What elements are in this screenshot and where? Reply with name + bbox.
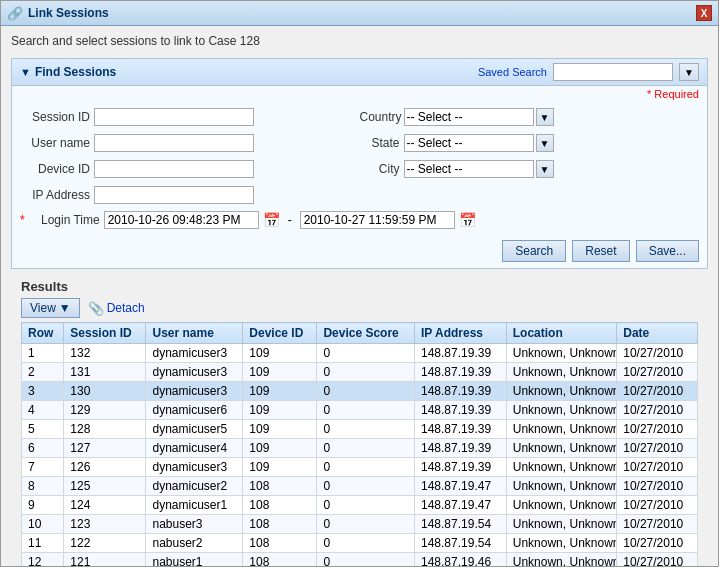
country-select-container: -- Select -- ▼ xyxy=(404,108,554,126)
table-cell: 108 xyxy=(243,515,317,534)
table-cell: 10/27/2010 xyxy=(617,363,698,382)
table-cell: 0 xyxy=(317,534,415,553)
table-cell: nabuser1 xyxy=(146,553,243,568)
form-right: Country -- Select -- ▼ State -- Select -… xyxy=(360,106,700,206)
table-cell: Unknown, Unknown, xyxy=(506,458,616,477)
table-cell: nabuser3 xyxy=(146,515,243,534)
city-row: City -- Select -- ▼ xyxy=(360,158,700,180)
country-select[interactable]: -- Select -- xyxy=(404,108,534,126)
table-cell: 127 xyxy=(64,439,146,458)
find-sessions-panel: ▼ Find Sessions Saved Search ▼ * Require… xyxy=(11,58,708,269)
country-label: Country xyxy=(360,110,400,124)
city-select-btn[interactable]: ▼ xyxy=(536,160,554,178)
results-toolbar: View ▼ 📎 Detach xyxy=(21,298,698,318)
session-id-row: Session ID xyxy=(20,106,360,128)
table-cell: 126 xyxy=(64,458,146,477)
table-cell: 109 xyxy=(243,344,317,363)
reset-button[interactable]: Reset xyxy=(572,240,629,262)
table-cell: 10/27/2010 xyxy=(617,477,698,496)
col-date: Date xyxy=(617,323,698,344)
table-cell: Unknown, Unknown, xyxy=(506,553,616,568)
detach-button[interactable]: 📎 Detach xyxy=(88,301,145,316)
session-id-input[interactable] xyxy=(94,108,254,126)
table-header-row: Row Session ID User name Device ID Devic… xyxy=(22,323,698,344)
table-cell: 0 xyxy=(317,363,415,382)
table-cell: dynamicuser4 xyxy=(146,439,243,458)
table-cell: nabuser2 xyxy=(146,534,243,553)
required-asterisk: * xyxy=(20,213,25,227)
table-row[interactable]: 3130dynamicuser31090148.87.19.39Unknown,… xyxy=(22,382,698,401)
table-cell: 148.87.19.39 xyxy=(415,401,507,420)
table-cell: dynamicuser3 xyxy=(146,363,243,382)
table-cell: Unknown, Unknown, xyxy=(506,344,616,363)
table-cell: 148.87.19.39 xyxy=(415,439,507,458)
table-row[interactable]: 4129dynamicuser61090148.87.19.39Unknown,… xyxy=(22,401,698,420)
view-button[interactable]: View ▼ xyxy=(21,298,80,318)
table-row[interactable]: 10123nabuser31080148.87.19.54Unknown, Un… xyxy=(22,515,698,534)
table-cell: 109 xyxy=(243,382,317,401)
table-cell: 0 xyxy=(317,458,415,477)
calendar-to-btn[interactable]: 📅 xyxy=(459,212,476,228)
table-cell: 0 xyxy=(317,439,415,458)
table-cell: dynamicuser5 xyxy=(146,420,243,439)
calendar-from-btn[interactable]: 📅 xyxy=(263,212,280,228)
table-row[interactable]: 5128dynamicuser51090148.87.19.39Unknown,… xyxy=(22,420,698,439)
table-cell: 10 xyxy=(22,515,64,534)
table-row[interactable]: 12121nabuser11080148.87.19.46Unknown, Un… xyxy=(22,553,698,568)
login-time-row: * Login Time 📅 - 📅 xyxy=(12,210,707,236)
user-name-input[interactable] xyxy=(94,134,254,152)
state-select[interactable]: -- Select -- xyxy=(404,134,534,152)
table-cell: 109 xyxy=(243,439,317,458)
table-cell: dynamicuser2 xyxy=(146,477,243,496)
table-cell: 2 xyxy=(22,363,64,382)
form-grid: Session ID User name Device ID IP Addres… xyxy=(12,102,707,210)
city-select-container: -- Select -- ▼ xyxy=(404,160,554,178)
table-row[interactable]: 7126dynamicuser31090148.87.19.39Unknown,… xyxy=(22,458,698,477)
table-cell: 4 xyxy=(22,401,64,420)
col-device-score: Device Score xyxy=(317,323,415,344)
detach-icon: 📎 xyxy=(88,301,104,316)
panel-collapse-toggle[interactable]: ▼ xyxy=(20,66,31,78)
device-id-row: Device ID xyxy=(20,158,360,180)
search-button[interactable]: Search xyxy=(502,240,566,262)
title-bar: 🔗 Link Sessions X xyxy=(1,1,718,26)
table-row[interactable]: 2131dynamicuser31090148.87.19.39Unknown,… xyxy=(22,363,698,382)
col-ip-address: IP Address xyxy=(415,323,507,344)
table-cell: 124 xyxy=(64,496,146,515)
table-header: Row Session ID User name Device ID Devic… xyxy=(22,323,698,344)
table-row[interactable]: 8125dynamicuser21080148.87.19.47Unknown,… xyxy=(22,477,698,496)
table-cell: 0 xyxy=(317,553,415,568)
table-cell: 148.87.19.54 xyxy=(415,534,507,553)
state-select-btn[interactable]: ▼ xyxy=(536,134,554,152)
country-select-btn[interactable]: ▼ xyxy=(536,108,554,126)
user-name-row: User name xyxy=(20,132,360,154)
table-cell: 131 xyxy=(64,363,146,382)
city-select[interactable]: -- Select -- xyxy=(404,160,534,178)
table-row[interactable]: 6127dynamicuser41090148.87.19.39Unknown,… xyxy=(22,439,698,458)
col-device-id: Device ID xyxy=(243,323,317,344)
save-button[interactable]: Save... xyxy=(636,240,699,262)
saved-search-dropdown-btn[interactable]: ▼ xyxy=(679,63,699,81)
table-cell: 1 xyxy=(22,344,64,363)
ip-address-input[interactable] xyxy=(94,186,254,204)
table-cell: 148.87.19.39 xyxy=(415,344,507,363)
table-cell: 10/27/2010 xyxy=(617,515,698,534)
device-id-input[interactable] xyxy=(94,160,254,178)
saved-search-input[interactable] xyxy=(553,63,673,81)
login-time-from-input[interactable] xyxy=(104,211,259,229)
close-button[interactable]: X xyxy=(696,5,712,21)
login-time-to-input[interactable] xyxy=(300,211,455,229)
table-row[interactable]: 11122nabuser21080148.87.19.54Unknown, Un… xyxy=(22,534,698,553)
table-cell: 148.87.19.47 xyxy=(415,496,507,515)
table-cell: 148.87.19.46 xyxy=(415,553,507,568)
table-row[interactable]: 9124dynamicuser11080148.87.19.47Unknown,… xyxy=(22,496,698,515)
table-cell: dynamicuser1 xyxy=(146,496,243,515)
table-cell: 0 xyxy=(317,344,415,363)
table-cell: 108 xyxy=(243,496,317,515)
table-cell: 122 xyxy=(64,534,146,553)
view-label: View xyxy=(30,301,56,315)
table-row[interactable]: 1132dynamicuser31090148.87.19.39Unknown,… xyxy=(22,344,698,363)
table-cell: 148.87.19.54 xyxy=(415,515,507,534)
table-cell: Unknown, Unknown, xyxy=(506,363,616,382)
table-cell: 7 xyxy=(22,458,64,477)
